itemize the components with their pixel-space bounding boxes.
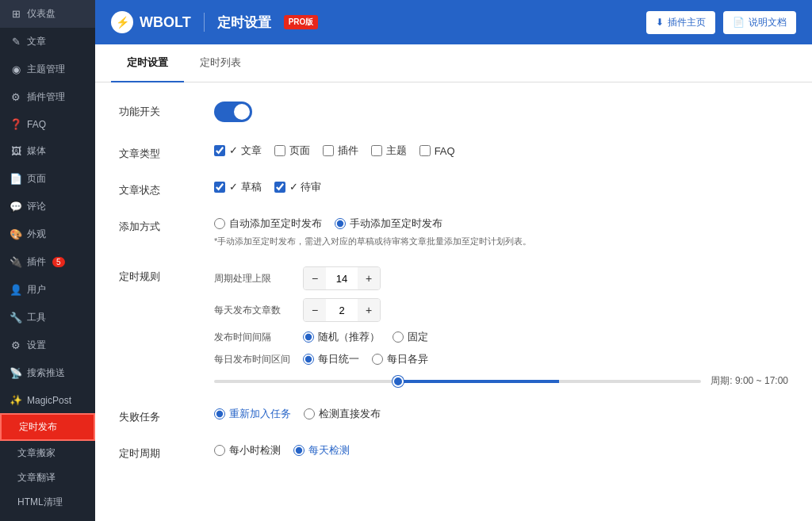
- add-method-group: 自动添加至定时发布 手动添加至定时发布: [214, 216, 788, 231]
- topbar-actions: ⬇ 插件主页 📄 说明文档: [646, 11, 796, 34]
- sidebar-item-users[interactable]: 👤 用户: [0, 276, 95, 304]
- sidebar-item-search-push[interactable]: 📡 搜索推送: [0, 359, 95, 387]
- daily-publish-decrease[interactable]: −: [304, 299, 326, 321]
- sidebar-sub-article-translate[interactable]: 文章翻译: [0, 465, 95, 490]
- schedule-period-row: 定时周期 每小时检测 每天检测: [119, 443, 788, 461]
- sidebar-item-label-faq: FAQ: [27, 119, 46, 130]
- article-type-group: ✓ 文章 页面 插件 主题 FAQ: [214, 144, 788, 158]
- main-content: ⚡ WBOLT 定时设置 PRO版 ⬇ 插件主页 📄 说明文档 定时设置 定时列…: [95, 0, 812, 521]
- sidebar-item-comments[interactable]: 💬 评论: [0, 193, 95, 220]
- sidebar-item-plugins[interactable]: ⚙ 插件管理: [0, 83, 95, 111]
- brand-logo: ⚡ WBOLT: [111, 11, 191, 33]
- tabs-container: 定时设置 定时列表: [95, 44, 812, 82]
- search-push-icon: 📡: [10, 367, 22, 379]
- toggle-slider: [214, 102, 252, 122]
- daily-time-group: 每日统一 每日各异: [303, 352, 428, 366]
- schedule-rule-label: 定时规则: [119, 266, 198, 284]
- topbar: ⚡ WBOLT 定时设置 PRO版 ⬇ 插件主页 📄 说明文档: [95, 0, 812, 44]
- feature-switch-row: 功能开关: [119, 102, 788, 125]
- sidebar-item-label-themes: 主题管理: [27, 63, 65, 76]
- checkbox-wenzhang[interactable]: ✓ 文章: [214, 144, 262, 158]
- feature-switch-label: 功能开关: [119, 102, 198, 119]
- sidebar-item-label-plugins: 插件管理: [27, 90, 65, 104]
- publish-interval-label: 发布时间间隔: [214, 331, 293, 344]
- topbar-divider: [204, 13, 205, 32]
- failed-task-controls: 重新加入任务 检测直接发布: [214, 407, 788, 421]
- sidebar-sub-html-clean[interactable]: HTML清理: [0, 490, 95, 515]
- sidebar-sub-download-manage[interactable]: 下载管理: [0, 515, 95, 521]
- radio-manual[interactable]: 手动添加至定时发布: [335, 216, 442, 231]
- radio-daily[interactable]: 每天检测: [293, 443, 350, 458]
- cycle-limit-label: 周期处理上限: [214, 272, 293, 285]
- failed-task-group: 重新加入任务 检测直接发布: [214, 407, 788, 421]
- sidebar-sub-scheduled-publish[interactable]: 定时发布: [0, 413, 95, 441]
- sidebar-item-appearance[interactable]: 🎨 外观: [0, 220, 95, 248]
- article-type-row: 文章类型 ✓ 文章 页面 插件 主题: [119, 144, 788, 161]
- sidebar-item-media[interactable]: 🖼 媒体: [0, 137, 95, 165]
- tab-list[interactable]: 定时列表: [184, 44, 257, 82]
- article-status-label: 文章状态: [119, 180, 198, 197]
- add-method-row: 添加方式 自动添加至定时发布 手动添加至定时发布 *手动添加至定时发布，需进入对…: [119, 216, 788, 247]
- feature-toggle[interactable]: [214, 102, 252, 122]
- users-icon: 👤: [10, 284, 22, 296]
- radio-random[interactable]: 随机（推荐）: [303, 330, 380, 344]
- checkbox-chajian[interactable]: 插件: [323, 144, 358, 158]
- sidebar-item-label-tools: 工具: [27, 311, 46, 324]
- schedule-period-group: 每小时检测 每天检测: [214, 443, 788, 458]
- schedule-rule-controls: 周期处理上限 − + 每天发布文章数 − +: [214, 266, 788, 388]
- cycle-limit-decrease[interactable]: −: [304, 267, 326, 289]
- time-slider-start[interactable]: [214, 380, 701, 383]
- checkbox-pending[interactable]: ✓ 待审: [274, 180, 322, 194]
- article-status-controls: ✓ 草稿 ✓ 待审: [214, 180, 788, 194]
- plugin-home-button[interactable]: ⬇ 插件主页: [646, 11, 715, 34]
- failed-task-row: 失败任务 重新加入任务 检测直接发布: [119, 407, 788, 424]
- radio-auto[interactable]: 自动添加至定时发布: [214, 216, 322, 231]
- sidebar-item-settings[interactable]: ⚙ 设置: [0, 331, 95, 359]
- sidebar-item-faq[interactable]: ❓ FAQ: [0, 111, 95, 137]
- checkbox-yemian[interactable]: 页面: [274, 144, 310, 158]
- themes-icon: ◉: [10, 63, 22, 75]
- radio-hourly[interactable]: 每小时检测: [214, 443, 281, 458]
- sidebar-item-dashboard[interactable]: ⊞ 仪表盘: [0, 0, 95, 28]
- sidebar-sub-label-article-migrate: 文章搬家: [17, 446, 56, 460]
- checkbox-zhuti[interactable]: 主题: [371, 144, 407, 158]
- sidebar-item-label-appearance: 外观: [27, 228, 46, 241]
- sidebar-item-tools[interactable]: 🔧 工具: [0, 304, 95, 331]
- checkbox-faq[interactable]: FAQ: [419, 145, 455, 157]
- radio-re-add[interactable]: 重新加入任务: [214, 407, 291, 421]
- sidebar-item-label-magicpost: MagicPost: [27, 395, 71, 406]
- daily-publish-label: 每天发布文章数: [214, 304, 293, 317]
- time-range-text: 周期: 9:00 ~ 17:00: [710, 374, 788, 388]
- faq-icon: ❓: [10, 118, 22, 130]
- article-status-group: ✓ 草稿 ✓ 待审: [214, 180, 788, 194]
- radio-different[interactable]: 每日各异: [372, 352, 428, 366]
- radio-fixed[interactable]: 固定: [393, 330, 428, 344]
- sidebar-item-pages[interactable]: 📄 页面: [0, 165, 95, 193]
- sidebar-sub-label-html-clean: HTML清理: [17, 496, 63, 509]
- sidebar-item-magicpost[interactable]: ✨ MagicPost: [0, 387, 95, 413]
- sidebar-item-label-posts: 文章: [27, 35, 46, 48]
- radio-direct-publish[interactable]: 检测直接发布: [304, 407, 381, 421]
- time-slider-container: 周期: 9:00 ~ 17:00: [214, 374, 788, 388]
- schedule-rule-row: 定时规则 周期处理上限 − + 每天发布文章数: [119, 266, 788, 388]
- daily-publish-row: 每天发布文章数 − +: [214, 298, 788, 322]
- appearance-icon: 🎨: [10, 228, 22, 240]
- daily-time-label: 每日发布时间区间: [214, 353, 293, 366]
- article-type-controls: ✓ 文章 页面 插件 主题 FAQ: [214, 144, 788, 158]
- radio-unified[interactable]: 每日统一: [303, 352, 359, 366]
- article-status-row: 文章状态 ✓ 草稿 ✓ 待审: [119, 180, 788, 197]
- checkbox-draft[interactable]: ✓ 草稿: [214, 180, 262, 194]
- daily-publish-increase[interactable]: +: [358, 299, 380, 321]
- sidebar-item-plugins2[interactable]: 🔌 插件5: [0, 248, 95, 276]
- sidebar-sub-article-migrate[interactable]: 文章搬家: [0, 441, 95, 465]
- daily-publish-input[interactable]: [326, 301, 358, 320]
- cycle-limit-increase[interactable]: +: [358, 267, 380, 289]
- settings-icon: ⚙: [10, 339, 22, 351]
- sidebar-item-themes[interactable]: ◉ 主题管理: [0, 56, 95, 83]
- docs-button[interactable]: 📄 说明文档: [723, 11, 796, 34]
- article-type-label: 文章类型: [119, 144, 198, 161]
- tab-settings[interactable]: 定时设置: [111, 44, 184, 82]
- cycle-limit-input[interactable]: [326, 270, 358, 288]
- sidebar-item-posts[interactable]: ✎ 文章: [0, 28, 95, 56]
- content-area: 定时设置 定时列表 功能开关 文章类型: [95, 44, 812, 521]
